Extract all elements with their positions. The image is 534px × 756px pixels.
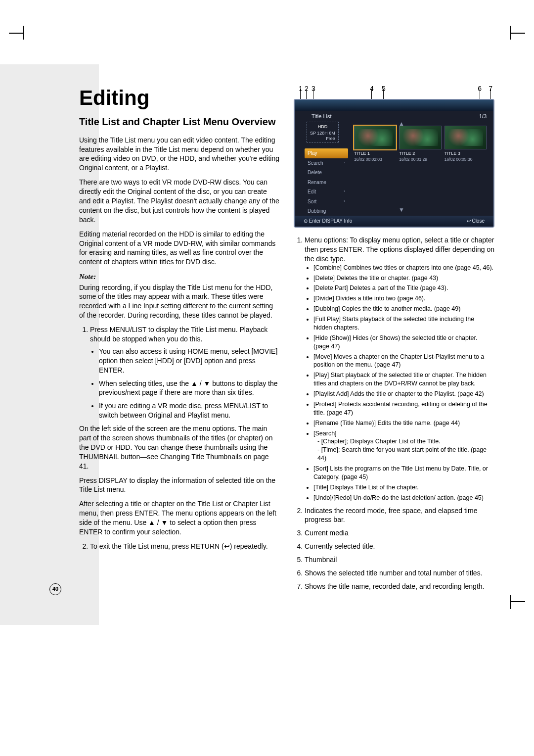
osd-menu-delete[interactable]: Delete [305, 168, 348, 178]
osd-side-menu: Play Search› Delete Rename Edit› Sort› D… [305, 148, 348, 216]
legend-1: Menu options: To display menu option, se… [305, 236, 494, 502]
scroll-down-icon: ▼ [399, 206, 404, 214]
step-1: Press MENU/LIST to display the Title Lis… [90, 325, 280, 420]
opt: [Delete] Deletes the title or chapter. (… [313, 274, 494, 283]
step-1-text: Press MENU/LIST to display the Title Lis… [90, 326, 267, 343]
opt: [Protect] Protects accidental recording,… [313, 400, 494, 417]
para: Using the Title List menu you can edit v… [79, 136, 280, 173]
opt: [Title] Displays Title List of the chapt… [313, 483, 494, 492]
note-heading: Note: [79, 272, 280, 282]
opt: [Combine] Combines two titles or chapter… [313, 264, 494, 272]
osd-menu-sort[interactable]: Sort› [305, 197, 348, 207]
legend-6: Shows the selected title number and tota… [305, 568, 494, 578]
legend-7: Shows the title name, recorded date, and… [305, 582, 494, 591]
callout-row: 1 2 3 4 5 6 7 [294, 84, 494, 99]
opt: [Rename (Title Name)] Edits the title na… [313, 419, 494, 427]
opt: [Dubbing] Copies the title to another me… [313, 305, 494, 313]
step-2: To exit the Title List menu, press RETUR… [90, 542, 280, 551]
legend-list: Menu options: To display menu option, se… [294, 236, 494, 591]
left-column: Editing Title List and Chapter List Menu… [79, 84, 280, 595]
page-heading: Editing [79, 84, 280, 112]
right-column: 1 2 3 4 5 6 7 [294, 84, 494, 595]
osd-figure: 1 2 3 4 5 6 7 [294, 84, 494, 228]
osd-menu-rename[interactable]: Rename [305, 178, 348, 188]
menu-options-list: [Combine] Combines two titles or chapter… [305, 264, 494, 502]
para: There are two ways to edit VR mode DVD-R… [79, 178, 280, 224]
step1-bullet: You can also access it using HOME menu, … [99, 347, 280, 375]
osd-title-count: 1/3 [479, 113, 487, 120]
osd-screenshot: Title List 1/3 HDD SP 128H 6M Free ▲ Pla… [294, 99, 494, 228]
opt: [Sort] Lists the programs on the Title L… [313, 465, 494, 481]
osd-thumb-3[interactable]: TITLE 316/02 00:05:30 [445, 126, 487, 163]
opt-search: [Search] - [Chapter]; Displays Chapter L… [313, 429, 494, 463]
osd-thumb-2[interactable]: TITLE 216/02 00:01:29 [399, 126, 441, 163]
osd-media-box: HDD SP 128H 6M Free [307, 122, 339, 142]
step1-bullet: When selecting titles, use the ▲ / ▼ but… [99, 379, 280, 398]
osd-menu-edit[interactable]: Edit› [305, 187, 348, 197]
osd-thumb-row: TITLE 116/02 00:02:03 TITLE 216/02 00:01… [354, 126, 487, 163]
page-number: 40 [49, 583, 61, 595]
legend-3: Current media [305, 528, 494, 538]
opt: [Full Play] Starts playback of the selec… [313, 315, 494, 332]
legend-5: Thumbnail [305, 555, 494, 565]
opt: [Move] Moves a chapter on the Chapter Li… [313, 353, 494, 370]
osd-bottom-bar: ⊙ Enter DISPLAY Info ↩ Close [295, 216, 493, 227]
search-sub: - [Chapter]; Displays Chapter List of th… [313, 437, 494, 446]
legend-2: Indicates the record mode, free space, a… [305, 506, 494, 525]
opt: [Hide (Show)] Hides (or Shows) the selec… [313, 334, 494, 351]
para: On the left side of the screen are the m… [79, 424, 280, 471]
osd-media-free: Free [326, 136, 335, 142]
opt: [Divide] Divides a title into two (page … [313, 294, 494, 303]
para: Editing material recorded on the HDD is … [79, 230, 280, 267]
step1-bullet: If you are editing a VR mode disc, press… [99, 401, 280, 420]
para: After selecting a title or chapter on th… [79, 499, 280, 537]
search-sub: - [Time]; Search time for you want start… [313, 446, 494, 463]
opt: [Delete Part] Deletes a part of the Titl… [313, 284, 494, 292]
opt: [Play] Start playback of the selected ti… [313, 371, 494, 388]
osd-thumb-1[interactable]: TITLE 116/02 00:02:03 [354, 126, 396, 163]
section-heading: Title List and Chapter List Menu Overvie… [79, 115, 280, 129]
osd-media-line: SP 128H 6M [310, 131, 335, 136]
osd-menu-dubbing[interactable]: Dubbing [305, 206, 348, 216]
osd-media-label: HDD [310, 124, 335, 130]
osd-hint-close: ↩ Close [467, 218, 485, 225]
osd-menu-search[interactable]: Search› [305, 158, 348, 168]
opt: [Playlist Add] Adds the title or chapter… [313, 390, 494, 398]
para: Press DISPLAY to display the information… [79, 476, 280, 495]
legend-4: Currently selected title. [305, 542, 494, 551]
osd-title: Title List [312, 113, 332, 120]
osd-menu-play[interactable]: Play [305, 148, 348, 158]
osd-hint-enter: ⊙ Enter DISPLAY Info [304, 218, 352, 225]
note-body: During recording, if you display the Tit… [79, 283, 280, 321]
opt: [Undo]/[Redo] Un-do/Re-do the last delet… [313, 494, 494, 502]
